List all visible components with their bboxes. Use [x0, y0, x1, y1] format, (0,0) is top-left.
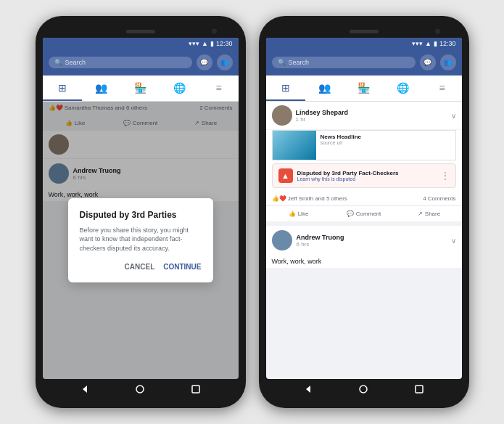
tab-home[interactable]: ⊞ [43, 76, 82, 101]
cancel-button[interactable]: CANCEL [125, 263, 155, 271]
right-bottom-bar [266, 379, 462, 399]
right-andrew-header: Andrew Truong 6 hrs ∨ [266, 226, 462, 255]
recents-button-right[interactable] [413, 383, 426, 396]
andrew-name-right: Andrew Truong [297, 234, 344, 241]
tab-marketplace[interactable]: 🏪 [121, 76, 160, 101]
news-content: News Headline source url [316, 131, 365, 160]
right-phone-top [266, 25, 462, 38]
right-lindsey-left: Lindsey Shepard 1 hr [272, 105, 349, 126]
disputed-dialog: Disputed by 3rd Parties Before you share… [68, 198, 213, 283]
left-phone-top [43, 25, 239, 38]
right-post1-reactions: 👍❤️ Jeff Smith and 5 others 4 Comments [266, 192, 462, 205]
right-tab-marketplace[interactable]: 🏪 [344, 76, 384, 101]
right-expand-icon[interactable]: ∨ [451, 112, 456, 120]
news-source: source url [321, 140, 361, 145]
right-like-button[interactable]: 👍 Like [266, 208, 331, 220]
right-lindsey-avatar [272, 105, 292, 126]
home-button-left[interactable] [133, 383, 146, 396]
tab-menu[interactable]: ≡ [199, 76, 239, 101]
dialog-title: Disputed by 3rd Parties [80, 210, 202, 220]
dialog-actions: CANCEL CONTINUE [80, 263, 202, 271]
andrew-avatar-right [272, 230, 292, 250]
dialog-overlay: Disputed by 3rd Parties Before you share… [43, 102, 239, 379]
svg-point-4 [360, 386, 367, 393]
right-status-time: 12:30 [439, 40, 456, 47]
right-tab-home[interactable]: ⊞ [266, 76, 305, 101]
back-button-right[interactable] [302, 383, 315, 396]
news-card[interactable]: News Headline source url [272, 130, 456, 160]
right-signal-icon: ▾▾▾ [412, 40, 423, 47]
speaker [126, 30, 155, 33]
disputed-text: Disputed by 3rd Party Fact-Checkers Lear… [297, 170, 437, 182]
svg-point-1 [136, 386, 144, 393]
left-search-bar[interactable]: 🔍 Search [49, 57, 192, 68]
disputed-more-icon[interactable]: ⋮ [441, 171, 450, 181]
right-comment-count: 4 Comments [423, 195, 455, 202]
recents-button-left[interactable] [189, 383, 202, 396]
left-search-text: Search [65, 59, 86, 66]
battery-icon: ▮ [210, 40, 214, 47]
andrew-text-right: Work, work, work [266, 255, 462, 268]
right-status-bar: ▾▾▾ ▲ ▮ 12:30 [266, 38, 462, 49]
friends-icon[interactable]: 👥 [217, 54, 233, 70]
home-button-right[interactable] [357, 383, 370, 396]
messenger-icon[interactable]: 💬 [197, 54, 212, 70]
right-lindsey-header: Lindsey Shepard 1 hr ∨ [266, 102, 462, 130]
news-headline: News Headline [321, 134, 361, 140]
svg-marker-0 [83, 386, 87, 393]
right-lindsey-name: Lindsey Shepard [296, 109, 349, 116]
left-phone: ▾▾▾ ▲ ▮ 12:30 🔍 Search 💬 👥 ⊞ 👥 🏪 🌐 [36, 16, 246, 408]
andrew-time-right: 6 hrs [297, 241, 344, 248]
search-icon: 🔍 [54, 59, 62, 66]
right-camera [435, 29, 440, 34]
right-nav-tabs: ⊞ 👥 🏪 🌐 ≡ [266, 76, 462, 102]
tab-friends[interactable]: 👥 [82, 76, 121, 101]
right-reaction-icons: 👍❤️ Jeff Smith and 5 others [272, 195, 347, 202]
signal-icon: ▾▾▾ [189, 40, 199, 47]
tab-globe[interactable]: 🌐 [160, 76, 199, 101]
back-button-left[interactable] [78, 383, 91, 396]
right-tab-friends[interactable]: 👥 [305, 76, 344, 101]
status-time: 12:30 [216, 40, 233, 47]
right-battery-icon: ▮ [434, 40, 437, 47]
right-phone: ▾▾▾ ▲ ▮ 12:30 🔍 Search 💬 👥 ⊞ 👥 🏪 🌐 [259, 16, 469, 408]
left-screen: ▾▾▾ ▲ ▮ 12:30 🔍 Search 💬 👥 ⊞ 👥 🏪 🌐 [43, 38, 239, 379]
disputed-banner-sub[interactable]: Learn why this is disputed [297, 176, 437, 182]
right-search-bar[interactable]: 🔍 Search [272, 57, 416, 68]
news-thumbnail [273, 131, 316, 160]
right-lindsey-post: Lindsey Shepard 1 hr ∨ News Headline sou… [266, 102, 462, 221]
warning-triangle-icon: ▲ [278, 168, 293, 183]
wifi-icon: ▲ [202, 40, 208, 47]
right-friends-icon[interactable]: 👥 [440, 54, 456, 70]
right-lindsey-meta: Lindsey Shepard 1 hr [296, 109, 349, 123]
left-bottom-bar [43, 379, 239, 399]
right-screen: ▾▾▾ ▲ ▮ 12:30 🔍 Search 💬 👥 ⊞ 👥 🏪 🌐 [266, 38, 462, 379]
disputed-banner: ▲ Disputed by 3rd Party Fact-Checkers Le… [272, 163, 456, 188]
left-scroll-content: 👍❤️ Samantha Thomas and 6 others 2 Comme… [43, 102, 239, 379]
right-tab-menu[interactable]: ≡ [423, 76, 462, 101]
left-status-bar: ▾▾▾ ▲ ▮ 12:30 [43, 38, 239, 49]
right-post1-actions: 👍 Like 💬 Comment ↗ Share [266, 205, 462, 221]
right-wifi-icon: ▲ [425, 40, 431, 47]
left-fb-header: 🔍 Search 💬 👥 [43, 49, 239, 76]
right-lindsey-time: 1 hr [296, 116, 349, 123]
right-fb-header: 🔍 Search 💬 👥 [266, 49, 462, 76]
disputed-banner-title: Disputed by 3rd Party Fact-Checkers [297, 170, 437, 176]
camera [212, 29, 217, 34]
continue-button[interactable]: CONTINUE [163, 263, 201, 271]
svg-rect-2 [192, 386, 199, 393]
right-andrew-post: Andrew Truong 6 hrs ∨ Work, work, work [266, 226, 462, 268]
right-search-icon: 🔍 [278, 59, 286, 66]
right-andrew-expand-icon[interactable]: ∨ [451, 237, 456, 245]
left-nav-tabs: ⊞ 👥 🏪 🌐 ≡ [43, 76, 239, 102]
right-comment-button[interactable]: 💬 Comment [331, 208, 397, 220]
svg-rect-5 [416, 386, 423, 393]
right-tab-globe[interactable]: 🌐 [384, 76, 423, 101]
right-share-button[interactable]: ↗ Share [397, 208, 462, 220]
svg-marker-3 [306, 386, 310, 393]
right-messenger-icon[interactable]: 💬 [420, 54, 436, 70]
andrew-meta-right: Andrew Truong 6 hrs [297, 234, 344, 248]
right-speaker [350, 30, 379, 33]
dialog-body: Before you share this story, you might w… [80, 226, 202, 253]
right-search-text: Search [289, 59, 310, 66]
